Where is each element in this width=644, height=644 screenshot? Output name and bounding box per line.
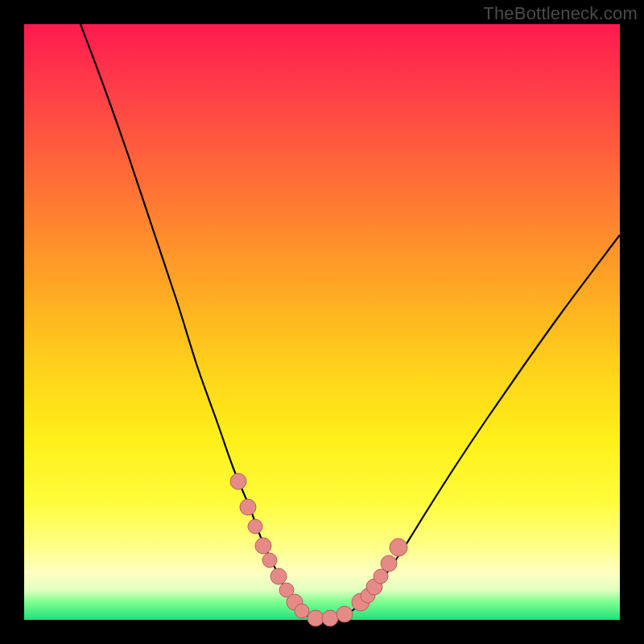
chart-plot-area	[24, 24, 620, 620]
data-dot	[390, 539, 407, 556]
data-dot	[262, 553, 277, 568]
chart-frame: TheBottleneck.com	[0, 0, 644, 644]
data-dot	[295, 604, 309, 618]
bottleneck-curve	[80, 24, 620, 619]
data-dot	[322, 610, 338, 626]
data-dot	[255, 538, 271, 554]
data-dot	[381, 555, 397, 572]
data-dot	[230, 473, 246, 489]
data-dots	[230, 473, 407, 626]
data-dot	[270, 568, 287, 584]
data-dot	[248, 519, 262, 534]
data-dot	[240, 499, 256, 515]
data-dot	[336, 606, 353, 622]
watermark-text: TheBottleneck.com	[483, 3, 638, 24]
chart-svg	[24, 24, 620, 620]
data-dot	[308, 610, 324, 626]
